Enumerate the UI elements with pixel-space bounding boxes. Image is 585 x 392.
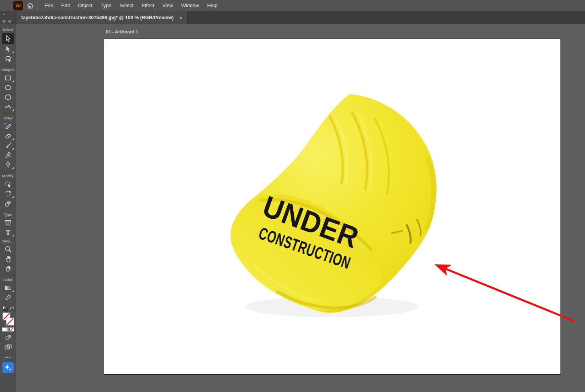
gradient-tool[interactable] bbox=[2, 283, 14, 293]
home-icon bbox=[27, 2, 34, 9]
toolbar-header: » bbox=[0, 11, 16, 24]
reshape-loop-icon bbox=[4, 180, 12, 188]
touch-type-icon: T bbox=[4, 219, 12, 227]
hand-tool[interactable] bbox=[2, 254, 14, 264]
direct-selection-tool[interactable] bbox=[2, 44, 14, 54]
artboard-icon bbox=[4, 343, 12, 351]
divider bbox=[2, 275, 14, 275]
tilted-hand-icon bbox=[4, 265, 12, 273]
color-mode-bar bbox=[2, 327, 14, 332]
transform-shapes-icon bbox=[4, 199, 12, 207]
menu-window[interactable]: Window bbox=[177, 0, 203, 11]
menu-select[interactable]: Select bbox=[115, 0, 138, 11]
eraser-icon bbox=[4, 132, 12, 140]
menu-view[interactable]: View bbox=[158, 0, 177, 11]
rectangle-tool[interactable] bbox=[2, 73, 14, 83]
toolbar-grip-icon[interactable] bbox=[2, 20, 12, 23]
reshape-tool[interactable] bbox=[2, 179, 14, 189]
hardhat-image[interactable]: UNDER CONSTRUCTION bbox=[229, 92, 439, 317]
none-button[interactable] bbox=[10, 327, 14, 332]
stroke-swatch-none[interactable] bbox=[6, 318, 14, 326]
curvature-pen-icon bbox=[4, 151, 12, 159]
svg-text:T: T bbox=[6, 229, 10, 236]
selection-tool[interactable] bbox=[2, 33, 14, 44]
eyedropper-icon bbox=[4, 293, 12, 302]
eraser-tool[interactable] bbox=[2, 131, 14, 141]
default-fill-stroke-icon[interactable] bbox=[2, 306, 8, 311]
polygon-tool[interactable] bbox=[2, 92, 14, 102]
divider bbox=[2, 210, 14, 210]
swap-fill-stroke-icon[interactable] bbox=[9, 306, 14, 310]
polygon-icon bbox=[4, 93, 12, 101]
ellipse-tool[interactable] bbox=[2, 83, 14, 92]
ellipse-icon bbox=[4, 84, 12, 92]
pen-nib-icon bbox=[4, 161, 12, 169]
divider bbox=[2, 171, 14, 172]
pen-tool[interactable] bbox=[2, 160, 14, 170]
direct-selection-arrow-icon bbox=[4, 45, 12, 53]
section-label-draw: Draw bbox=[0, 116, 16, 120]
eyedropper-tool[interactable] bbox=[2, 293, 14, 302]
fill-stroke-widget bbox=[0, 306, 16, 332]
canvas-area[interactable]: 01 - Artboard 1 bbox=[16, 24, 585, 392]
gradient-icon bbox=[4, 284, 12, 292]
shaper-squiggle-icon bbox=[4, 103, 12, 111]
menu-bar: Ai File Edit Object Type Select Effect V… bbox=[0, 0, 585, 11]
menu-type[interactable]: Type bbox=[97, 0, 115, 11]
divider bbox=[2, 304, 14, 304]
menu-edit[interactable]: Edit bbox=[57, 0, 74, 11]
document-tab-bar: » tayebmezahdia-construction-3075498.jpg… bbox=[0, 11, 585, 24]
shape-builder-tool[interactable] bbox=[2, 332, 14, 342]
pencil-tool[interactable] bbox=[2, 121, 14, 131]
magnifier-icon bbox=[4, 245, 12, 253]
touch-type-tool[interactable]: T bbox=[2, 218, 14, 228]
illustrator-logo-icon: Ai bbox=[13, 1, 23, 10]
rotate-arrow-icon bbox=[4, 190, 12, 198]
section-label-color: Color bbox=[0, 277, 16, 282]
gradient-button[interactable] bbox=[6, 327, 10, 332]
divider bbox=[2, 113, 14, 114]
zoom-tool[interactable] bbox=[2, 244, 14, 254]
lasso-tool[interactable] bbox=[2, 54, 14, 64]
menu-separator bbox=[37, 2, 38, 9]
paintbrush-tool[interactable] bbox=[2, 141, 14, 150]
section-label-shapes: Shapes bbox=[0, 68, 16, 72]
rotate-view-tool[interactable] bbox=[2, 264, 14, 273]
paintbrush-icon bbox=[4, 142, 12, 150]
artboard-label[interactable]: 01 - Artboard 1 bbox=[106, 29, 138, 34]
section-label-navigate: Navi... bbox=[0, 239, 16, 243]
edit-toolbar-button[interactable]: ••• bbox=[4, 355, 11, 359]
sparkles-icon bbox=[4, 363, 12, 372]
artboard-tool[interactable] bbox=[2, 342, 14, 352]
toolbar-expand-button[interactable]: » bbox=[2, 12, 4, 16]
curvature-tool[interactable] bbox=[2, 150, 14, 160]
none-slash-icon bbox=[10, 328, 13, 331]
tab-close-icon[interactable]: × bbox=[179, 15, 183, 21]
new-feature-badge bbox=[4, 123, 6, 125]
type-tool[interactable]: T bbox=[2, 228, 14, 237]
rotate-tool[interactable] bbox=[2, 189, 14, 199]
menu-file[interactable]: File bbox=[41, 0, 57, 11]
menu-object[interactable]: Object bbox=[74, 0, 97, 11]
document-tab[interactable]: tayebmezahdia-construction-3075498.jpg* … bbox=[16, 11, 187, 24]
transform-tool[interactable] bbox=[2, 199, 14, 208]
rectangle-icon bbox=[4, 74, 12, 82]
menu-effect[interactable]: Effect bbox=[138, 0, 159, 11]
type-icon: T bbox=[4, 228, 12, 236]
artboard[interactable]: UNDER CONSTRUCTION bbox=[104, 39, 560, 374]
generative-ai-button[interactable] bbox=[2, 362, 14, 373]
home-button[interactable] bbox=[26, 2, 34, 10]
tools-panel: Select Shapes Draw bbox=[0, 24, 16, 392]
section-label-type: Type bbox=[0, 212, 16, 217]
document-tab-title: tayebmezahdia-construction-3075498.jpg* … bbox=[21, 15, 174, 21]
selection-arrow-icon bbox=[4, 35, 12, 43]
section-label-select: Select bbox=[0, 27, 16, 32]
shaper-tool[interactable] bbox=[2, 102, 14, 112]
pencil-icon bbox=[4, 122, 12, 131]
color-button[interactable] bbox=[2, 327, 6, 332]
menu-help[interactable]: Help bbox=[203, 0, 222, 11]
none-slash-icon bbox=[6, 318, 14, 325]
lasso-icon bbox=[4, 55, 12, 63]
divider bbox=[2, 65, 14, 66]
hand-icon bbox=[4, 255, 12, 263]
